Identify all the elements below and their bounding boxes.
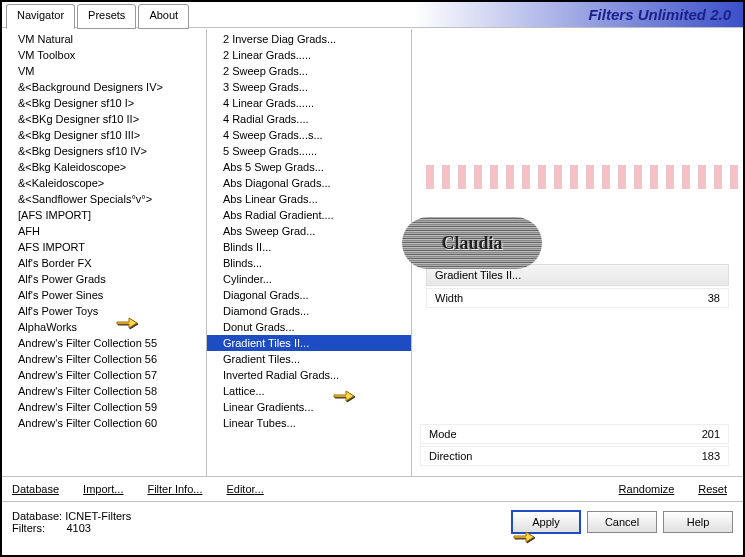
filter-item[interactable]: Diagonal Grads... [207,287,411,303]
filter-item[interactable]: Linear Gradients... [207,399,411,415]
filter-name-display: Gradient Tiles II... [426,264,729,286]
help-button[interactable]: Help [663,511,733,533]
category-item[interactable]: &<BKg Designer sf10 II> [2,111,206,127]
editor-link[interactable]: Editor... [226,483,263,495]
apply-button[interactable]: Apply [511,510,581,534]
filter-item[interactable]: Blinds... [207,255,411,271]
cancel-button[interactable]: Cancel [587,511,657,533]
category-item[interactable]: Andrew's Filter Collection 57 [2,367,206,383]
category-item[interactable]: [AFS IMPORT] [2,207,206,223]
filter-item[interactable]: 2 Linear Grads..... [207,47,411,63]
param-label: Mode [429,428,457,440]
filter-item[interactable]: 2 Inverse Diag Grads... [207,31,411,47]
filter-item[interactable]: 5 Sweep Grads...... [207,143,411,159]
category-item[interactable]: &<Bkg Kaleidoscope> [2,159,206,175]
filter-item[interactable]: Abs Sweep Grad... [207,223,411,239]
category-item[interactable]: &<Bkg Designers sf10 IV> [2,143,206,159]
category-item[interactable]: Alf's Power Grads [2,271,206,287]
header-bar: Navigator Presets About Filters Unlimite… [2,2,743,28]
param-value: 201 [702,428,720,440]
category-item[interactable]: Andrew's Filter Collection 59 [2,399,206,415]
param-row[interactable]: Width38 [426,288,729,308]
category-item[interactable]: Andrew's Filter Collection 60 [2,415,206,431]
category-item[interactable]: Alf's Power Sines [2,287,206,303]
randomize-link[interactable]: Randomize [619,483,675,495]
main-area: VM NaturalVM ToolboxVM&<Background Desig… [2,28,743,476]
filter-item[interactable]: 4 Radial Grads.... [207,111,411,127]
filter-item[interactable]: Abs Radial Gradient.... [207,207,411,223]
category-item[interactable]: Andrew's Filter Collection 58 [2,383,206,399]
param-label: Direction [429,450,472,462]
category-item[interactable]: AlphaWorks [2,319,206,335]
tab-presets[interactable]: Presets [77,4,136,29]
database-link[interactable]: Database [12,483,59,495]
filter-item[interactable]: 4 Linear Grads...... [207,95,411,111]
category-item[interactable]: VM [2,63,206,79]
preview-image [426,165,716,189]
category-item[interactable]: Alf's Border FX [2,255,206,271]
param-label: Width [435,292,463,304]
param-value: 38 [708,292,720,304]
filter-item[interactable]: 4 Sweep Grads...s... [207,127,411,143]
filter-item[interactable]: Abs Diagonal Grads... [207,175,411,191]
param-value: 183 [702,450,720,462]
category-list[interactable]: VM NaturalVM ToolboxVM&<Background Desig… [2,29,207,476]
tab-navigator[interactable]: Navigator [6,4,75,29]
category-item[interactable]: Andrew's Filter Collection 56 [2,351,206,367]
link-bar: Database Import... Filter Info... Editor… [2,476,743,501]
category-item[interactable]: &<Sandflower Specials°v°> [2,191,206,207]
tab-strip: Navigator Presets About [2,2,195,27]
param-row[interactable]: Direction183 [420,446,729,466]
reset-link[interactable]: Reset [698,483,727,495]
category-item[interactable]: VM Natural [2,31,206,47]
category-item[interactable]: VM Toolbox [2,47,206,63]
category-item[interactable]: AFH [2,223,206,239]
filter-item[interactable]: 2 Sweep Grads... [207,63,411,79]
preview-panel: Gradient Tiles II... Width38 Mode201Dire… [412,29,743,476]
import-link[interactable]: Import... [83,483,123,495]
filter-item[interactable]: Abs 5 Swep Grads... [207,159,411,175]
category-item[interactable]: AFS IMPORT [2,239,206,255]
filter-list[interactable]: 2 Inverse Diag Grads...2 Linear Grads...… [207,29,412,476]
filter-item[interactable]: Diamond Grads... [207,303,411,319]
action-bar: Database: ICNET-Filters Filters: 4103 Ap… [2,501,743,542]
app-title: Filters Unlimited 2.0 [195,2,743,27]
category-item[interactable]: Andrew's Filter Collection 55 [2,335,206,351]
filter-item[interactable]: Lattice... [207,383,411,399]
filter-item[interactable]: Linear Tubes... [207,415,411,431]
category-item[interactable]: &<Bkg Designer sf10 III> [2,127,206,143]
category-item[interactable]: &<Kaleidoscope> [2,175,206,191]
filter-item[interactable]: Donut Grads... [207,319,411,335]
status-text: Database: ICNET-Filters Filters: 4103 [12,510,131,534]
filter-item[interactable]: 3 Sweep Grads... [207,79,411,95]
param-row[interactable]: Mode201 [420,424,729,444]
filter-item[interactable]: Cylinder... [207,271,411,287]
filter-item[interactable]: Gradient Tiles II... [207,335,411,351]
filter-item[interactable]: Gradient Tiles... [207,351,411,367]
tab-about[interactable]: About [138,4,189,29]
filter-info-link[interactable]: Filter Info... [147,483,202,495]
filter-item[interactable]: Abs Linear Grads... [207,191,411,207]
filter-item[interactable]: Blinds II... [207,239,411,255]
category-item[interactable]: Alf's Power Toys [2,303,206,319]
category-item[interactable]: &<Bkg Designer sf10 I> [2,95,206,111]
filter-item[interactable]: Inverted Radial Grads... [207,367,411,383]
category-item[interactable]: &<Background Designers IV> [2,79,206,95]
